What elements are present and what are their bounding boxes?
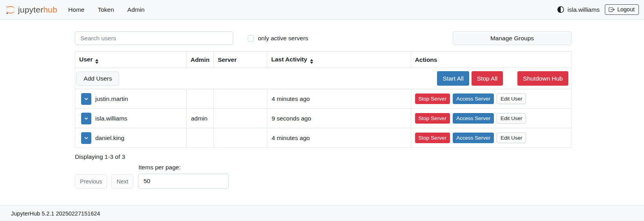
manage-groups-button[interactable]: Manage Groups	[453, 31, 571, 45]
jupyter-logo-icon	[5, 4, 16, 15]
nav-links: Home Token Admin	[68, 6, 145, 13]
logout-button[interactable]: Logout	[605, 4, 639, 15]
column-header-last-activity-label: Last Activity	[271, 56, 307, 63]
user-dropdown-toggle[interactable]	[81, 132, 91, 144]
users-table: User Admin Server Last Activity Actions …	[75, 51, 571, 148]
last-activity-cell: 4 minutes ago	[267, 89, 411, 109]
previous-page-button[interactable]: Previous	[75, 174, 107, 189]
table-row: justin.martin 4 minutes ago Stop Server …	[75, 89, 571, 109]
brand-text: jupyterhub	[18, 5, 57, 14]
bulk-actions: Start All Stop All Shutdown Hub	[437, 71, 568, 86]
footer: JupyterHub 5.2.1 20250227151624	[0, 205, 644, 221]
column-header-last-activity[interactable]: Last Activity	[267, 52, 411, 68]
shutdown-hub-button[interactable]: Shutdown Hub	[517, 71, 568, 86]
add-users-button[interactable]: Add Users	[76, 72, 119, 86]
next-page-button[interactable]: Next	[111, 174, 133, 189]
table-header-row: User Admin Server Last Activity Actions	[75, 52, 571, 68]
admin-cell: admin	[187, 109, 214, 128]
stop-server-button[interactable]: Stop Server	[415, 133, 450, 143]
pagination-buttons: Previous Next	[75, 174, 133, 189]
nav-item-home[interactable]: Home	[68, 6, 84, 13]
only-active-checkbox[interactable]	[248, 35, 254, 41]
server-cell	[214, 109, 267, 128]
access-server-button[interactable]: Access Server	[453, 133, 494, 143]
column-header-user[interactable]: User	[75, 52, 187, 68]
chevron-down-icon	[84, 116, 89, 121]
search-input[interactable]	[75, 31, 233, 45]
access-server-button[interactable]: Access Server	[453, 113, 494, 124]
user-name: justin.martin	[95, 95, 128, 102]
user-name: isla.williams	[95, 115, 127, 122]
table-row: daniel.king 4 minutes ago Stop Server Ac…	[75, 128, 571, 148]
edit-user-button[interactable]: Edit User	[497, 133, 526, 143]
admin-cell	[187, 89, 214, 109]
chevron-down-icon	[84, 136, 89, 140]
access-server-button[interactable]: Access Server	[453, 93, 494, 104]
jupyterhub-logo[interactable]: jupyterhub	[5, 4, 57, 15]
admin-panel: only active servers Manage Groups User A…	[0, 31, 644, 189]
user-dropdown-toggle[interactable]	[81, 113, 91, 124]
sort-icon	[310, 59, 313, 64]
sort-icon	[95, 59, 98, 64]
column-header-server: Server	[214, 52, 267, 68]
username-label: isla.williams	[568, 6, 600, 13]
user-dropdown-toggle[interactable]	[81, 93, 91, 105]
logout-label: Logout	[617, 6, 635, 13]
pagination-controls: Previous Next Items per page:	[75, 164, 571, 189]
table-controls-row: Add Users Start All Stop All Shutdown Hu…	[75, 68, 571, 89]
edit-user-button[interactable]: Edit User	[497, 113, 526, 124]
server-cell	[214, 128, 267, 148]
server-cell	[214, 89, 267, 109]
nav-item-token[interactable]: Token	[98, 6, 114, 13]
user-name: daniel.king	[95, 135, 124, 142]
stop-server-button[interactable]: Stop Server	[415, 93, 450, 104]
brand-hub: hub	[43, 5, 57, 14]
column-header-user-label: User	[79, 56, 93, 63]
nav-item-admin[interactable]: Admin	[127, 6, 145, 13]
navbar-right: isla.williams Logout	[557, 4, 639, 15]
navbar: jupyterhub Home Token Admin isla.william…	[0, 0, 644, 20]
chevron-down-icon	[84, 97, 89, 101]
start-all-button[interactable]: Start All	[437, 71, 469, 86]
only-active-label: only active servers	[258, 35, 308, 42]
logout-icon	[609, 7, 615, 13]
edit-user-button[interactable]: Edit User	[497, 93, 526, 104]
pagination-summary: Displaying 1-3 of 3	[75, 153, 571, 160]
stop-all-button[interactable]: Stop All	[472, 71, 503, 86]
toolbar: only active servers Manage Groups	[75, 31, 571, 45]
table-row: isla.williams admin 9 seconds ago Stop S…	[75, 109, 571, 128]
column-header-admin: Admin	[187, 52, 214, 68]
last-activity-cell: 4 minutes ago	[267, 128, 411, 148]
items-per-page-label: Items per page:	[138, 164, 229, 171]
last-activity-cell: 9 seconds ago	[267, 109, 411, 128]
items-per-page: Items per page:	[138, 164, 229, 189]
stop-server-button[interactable]: Stop Server	[415, 113, 450, 124]
admin-cell	[187, 128, 214, 148]
column-header-actions: Actions	[411, 52, 571, 68]
version-text: JupyterHub 5.2.1 20250227151624	[11, 210, 100, 217]
theme-toggle-icon[interactable]	[557, 6, 564, 13]
items-per-page-input[interactable]	[138, 174, 229, 189]
brand-jupyter: jupyter	[18, 5, 43, 14]
